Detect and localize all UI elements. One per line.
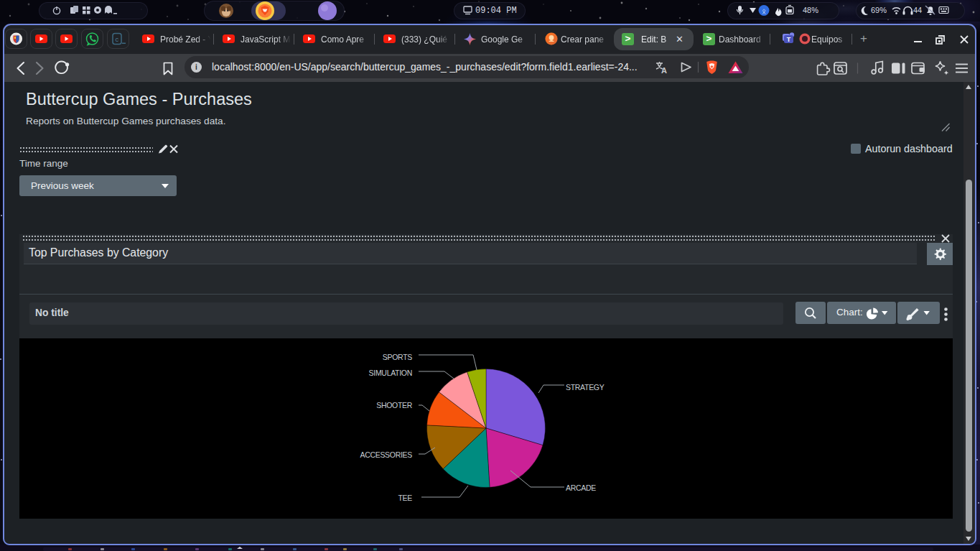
svg-text:A: A xyxy=(661,66,667,75)
svg-text:STRATEGY: STRATEGY xyxy=(566,383,605,392)
svg-text:SHOOTER: SHOOTER xyxy=(376,401,413,409)
svg-text:T: T xyxy=(787,36,791,43)
svg-text:SIMULATION: SIMULATION xyxy=(369,369,412,377)
svg-text:ᛟ: ᛟ xyxy=(762,7,766,15)
svg-text:TEE: TEE xyxy=(398,494,412,502)
svg-text:ARCADE: ARCADE xyxy=(566,483,596,492)
svg-text:c: c xyxy=(115,37,118,44)
svg-text:ACCESSORIES: ACCESSORIES xyxy=(360,450,412,459)
svg-text:SPORTS: SPORTS xyxy=(383,353,412,361)
